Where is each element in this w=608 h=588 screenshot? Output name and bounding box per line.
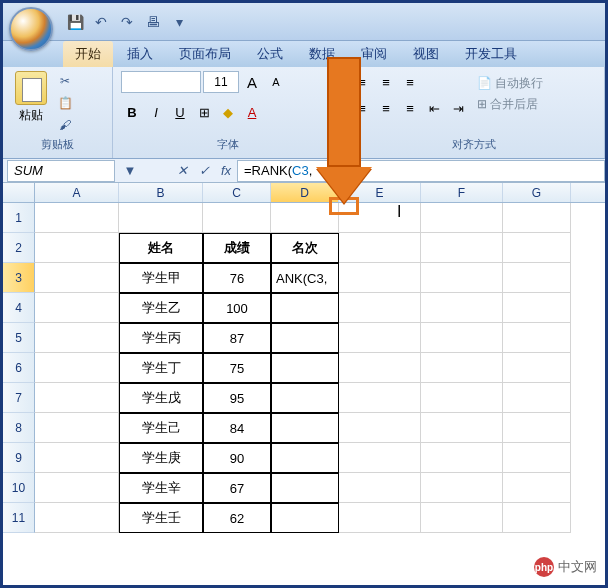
row-header[interactable]: 7 (3, 383, 35, 413)
row-header[interactable]: 10 (3, 473, 35, 503)
cell[interactable] (35, 233, 119, 263)
redo-icon[interactable]: ↷ (117, 12, 137, 32)
cell[interactable]: 84 (203, 413, 271, 443)
cell[interactable] (503, 203, 571, 233)
tab-formulas[interactable]: 公式 (245, 41, 295, 67)
cell[interactable] (339, 413, 421, 443)
row-header[interactable]: 8 (3, 413, 35, 443)
cell[interactable] (271, 323, 339, 353)
grow-font-icon[interactable]: A (241, 71, 263, 93)
indent-increase-icon[interactable]: ⇥ (447, 97, 469, 119)
cell[interactable]: 87 (203, 323, 271, 353)
cell[interactable] (35, 413, 119, 443)
cell[interactable] (35, 203, 119, 233)
cell[interactable]: 学生乙 (119, 293, 203, 323)
cell[interactable]: 学生壬 (119, 503, 203, 533)
cell[interactable]: 姓名 (119, 233, 203, 263)
align-center-icon[interactable]: ≡ (375, 97, 397, 119)
cell[interactable] (271, 443, 339, 473)
cell[interactable] (503, 443, 571, 473)
cell[interactable] (503, 353, 571, 383)
cell[interactable] (421, 293, 503, 323)
office-button[interactable] (9, 7, 53, 51)
cell[interactable] (421, 503, 503, 533)
row-header[interactable]: 3 (3, 263, 35, 293)
cell[interactable] (503, 383, 571, 413)
cell[interactable]: 学生甲 (119, 263, 203, 293)
select-all-corner[interactable] (3, 183, 35, 202)
column-header-B[interactable]: B (119, 183, 203, 202)
row-header[interactable]: 1 (3, 203, 35, 233)
cell[interactable] (503, 293, 571, 323)
copy-icon[interactable]: 📋 (55, 93, 75, 113)
cell[interactable] (339, 443, 421, 473)
cell[interactable] (339, 233, 421, 263)
cell[interactable] (503, 473, 571, 503)
cell[interactable]: 75 (203, 353, 271, 383)
cell[interactable] (503, 323, 571, 353)
bold-button[interactable]: B (121, 101, 143, 123)
align-bottom-icon[interactable]: ≡ (399, 71, 421, 93)
column-header-G[interactable]: G (503, 183, 571, 202)
cancel-formula-icon[interactable]: ✕ (171, 161, 193, 181)
underline-button[interactable]: U (169, 101, 191, 123)
cell[interactable]: 成绩 (203, 233, 271, 263)
column-header-A[interactable]: A (35, 183, 119, 202)
undo-icon[interactable]: ↶ (91, 12, 111, 32)
merge-center-button[interactable]: ⊞ 合并后居 (477, 96, 543, 113)
formula-input[interactable]: =RANK(C3, (237, 160, 605, 182)
cell[interactable] (421, 413, 503, 443)
row-header[interactable]: 11 (3, 503, 35, 533)
tab-page-layout[interactable]: 页面布局 (167, 41, 243, 67)
tab-insert[interactable]: 插入 (115, 41, 165, 67)
column-header-E[interactable]: E (339, 183, 421, 202)
row-header[interactable]: 6 (3, 353, 35, 383)
tab-data[interactable]: 数据 (297, 41, 347, 67)
cell[interactable] (503, 503, 571, 533)
cell[interactable]: ANK(C3, (271, 263, 339, 293)
align-left-icon[interactable]: ≡ (351, 97, 373, 119)
cell[interactable] (421, 473, 503, 503)
cell[interactable] (339, 293, 421, 323)
cell[interactable] (339, 503, 421, 533)
italic-button[interactable]: I (145, 101, 167, 123)
cell[interactable] (271, 353, 339, 383)
cell[interactable]: 学生戊 (119, 383, 203, 413)
cell[interactable] (35, 383, 119, 413)
cell[interactable]: 90 (203, 443, 271, 473)
font-size-input[interactable] (203, 71, 239, 93)
cell[interactable] (339, 263, 421, 293)
column-header-C[interactable]: C (203, 183, 271, 202)
cell[interactable] (339, 473, 421, 503)
indent-decrease-icon[interactable]: ⇤ (423, 97, 445, 119)
cell[interactable] (271, 473, 339, 503)
cell[interactable]: 76 (203, 263, 271, 293)
tab-developer[interactable]: 开发工具 (453, 41, 529, 67)
print-icon[interactable]: 🖶 (143, 12, 163, 32)
row-header[interactable]: 9 (3, 443, 35, 473)
align-top-icon[interactable]: ≡ (351, 71, 373, 93)
cell[interactable] (203, 203, 271, 233)
tab-home[interactable]: 开始 (63, 41, 113, 67)
cell[interactable]: 100 (203, 293, 271, 323)
cell[interactable] (271, 383, 339, 413)
column-header-D[interactable]: D (271, 183, 339, 202)
cell[interactable] (421, 443, 503, 473)
cell[interactable]: 95 (203, 383, 271, 413)
cell[interactable] (421, 383, 503, 413)
cell[interactable]: 学生辛 (119, 473, 203, 503)
font-name-input[interactable] (121, 71, 201, 93)
cell[interactable] (271, 413, 339, 443)
cell[interactable] (421, 263, 503, 293)
cell[interactable] (35, 443, 119, 473)
cell[interactable] (35, 293, 119, 323)
cell[interactable] (35, 263, 119, 293)
cell[interactable]: 学生丙 (119, 323, 203, 353)
save-icon[interactable]: 💾 (65, 12, 85, 32)
row-header[interactable]: 2 (3, 233, 35, 263)
cell[interactable] (271, 503, 339, 533)
cell[interactable] (421, 323, 503, 353)
cell[interactable] (35, 473, 119, 503)
format-painter-icon[interactable]: 🖌 (55, 115, 75, 135)
cell[interactable] (119, 203, 203, 233)
